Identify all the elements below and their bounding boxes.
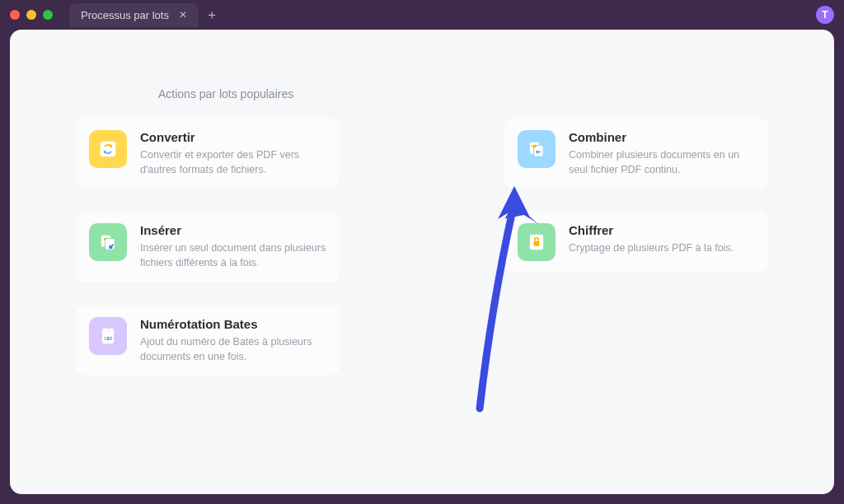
card-desc: Ajout du numéro de Bates à plusieurs doc… xyxy=(140,334,326,364)
card-title: Chiffrer xyxy=(569,223,755,237)
card-encrypt[interactable]: Chiffrer Cryptage de plusieurs PDF à la … xyxy=(504,212,768,273)
card-desc: Insérer un seul document dans plusieurs … xyxy=(140,240,326,270)
actions-grid: Convertir Convertir et exporter des PDF … xyxy=(76,119,768,376)
minimize-window-button[interactable] xyxy=(26,10,36,20)
section-heading: Actions par lots populaires xyxy=(158,87,768,100)
card-desc: Cryptage de plusieurs PDF à la fois. xyxy=(569,240,755,255)
card-combine[interactable]: Combiner Combiner plusieurs documents en… xyxy=(504,119,768,189)
page-content: Actions par lots populaires Convertir Co… xyxy=(10,30,834,494)
new-tab-button[interactable]: ＋ xyxy=(202,5,222,25)
card-text: Chiffrer Cryptage de plusieurs PDF à la … xyxy=(569,223,755,255)
card-title: Convertir xyxy=(140,130,326,144)
combine-icon xyxy=(518,130,556,168)
tab-bar: Processus par lots ✕ ＋ xyxy=(69,3,816,27)
card-text: Numérotation Bates Ajout du numéro de Ba… xyxy=(140,317,326,364)
convert-icon xyxy=(89,130,127,168)
card-title: Numérotation Bates xyxy=(140,317,326,331)
avatar-initial: T xyxy=(822,9,828,21)
insert-icon xyxy=(89,223,127,261)
card-text: Convertir Convertir et exporter des PDF … xyxy=(140,130,326,177)
close-window-button[interactable] xyxy=(10,10,20,20)
card-text: Insérer Insérer un seul document dans pl… xyxy=(140,223,326,270)
app-window: Processus par lots ✕ ＋ T Actions par lot… xyxy=(0,0,844,504)
svg-point-5 xyxy=(104,238,106,240)
bates-icon: 0 1 2 xyxy=(89,317,127,355)
titlebar: Processus par lots ✕ ＋ T xyxy=(0,0,844,30)
svg-rect-0 xyxy=(101,142,116,157)
tab-batch-process[interactable]: Processus par lots ✕ xyxy=(69,3,199,27)
card-insert[interactable]: Insérer Insérer un seul document dans pl… xyxy=(76,212,340,282)
card-title: Insérer xyxy=(140,223,326,237)
card-convert[interactable]: Convertir Convertir et exporter des PDF … xyxy=(76,119,340,189)
close-tab-icon[interactable]: ✕ xyxy=(179,9,187,21)
encrypt-icon xyxy=(518,223,556,261)
window-controls xyxy=(10,10,53,20)
card-desc: Convertir et exporter des PDF vers d'aut… xyxy=(140,147,326,177)
card-desc: Combiner plusieurs documents en un seul … xyxy=(569,147,755,177)
card-title: Combiner xyxy=(569,130,755,144)
avatar[interactable]: T xyxy=(816,6,834,24)
svg-rect-7 xyxy=(534,241,540,246)
tab-title: Processus par lots xyxy=(81,9,169,21)
card-text: Combiner Combiner plusieurs documents en… xyxy=(569,130,755,177)
card-bates[interactable]: 0 1 2 Numérotation Bates Ajout du numéro… xyxy=(76,306,340,376)
maximize-window-button[interactable] xyxy=(43,10,53,20)
